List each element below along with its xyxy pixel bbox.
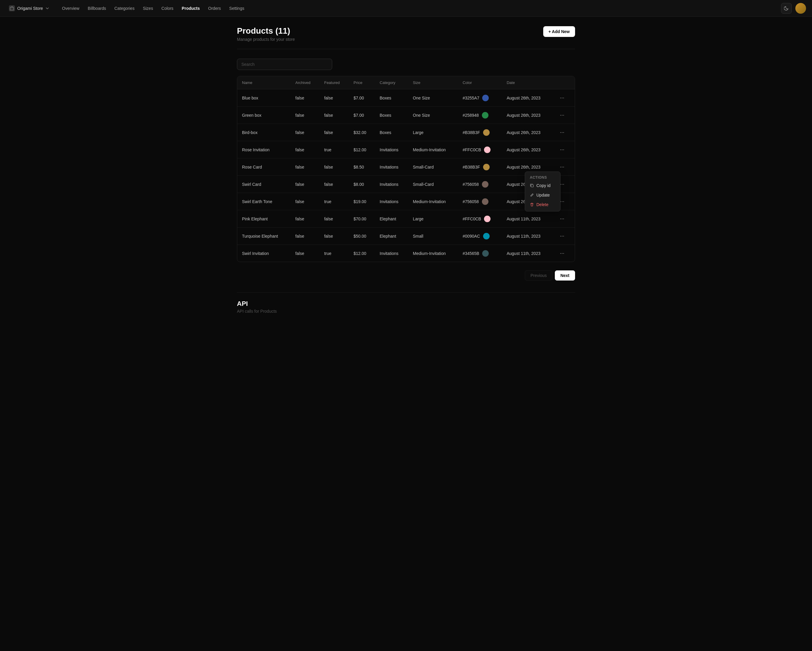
delete-item[interactable]: Delete	[527, 200, 559, 209]
products-table: Name Archived Featured Price Category Si…	[237, 76, 575, 262]
previous-button[interactable]: Previous	[525, 270, 552, 281]
next-button[interactable]: Next	[555, 270, 575, 281]
cell-actions-btn[interactable]: ···	[553, 210, 575, 228]
cell-size: One Size	[408, 89, 458, 107]
color-code: #0090AC	[462, 234, 480, 238]
cell-actions-btn[interactable]: ···	[553, 245, 575, 262]
nav-overview[interactable]: Overview	[58, 4, 83, 12]
cell-color: #3255A7	[458, 89, 502, 107]
cell-price: $70.00	[349, 210, 375, 228]
add-new-button[interactable]: + Add New	[543, 26, 575, 37]
theme-toggle-button[interactable]	[781, 3, 792, 14]
cell-price: $8.00	[349, 176, 375, 193]
cell-category: Elephant	[375, 228, 408, 245]
row-actions-button[interactable]: ···	[557, 232, 567, 240]
col-actions	[553, 76, 575, 89]
search-input[interactable]	[237, 59, 332, 70]
nav-right	[781, 3, 806, 14]
nav-orders[interactable]: Orders	[205, 4, 224, 12]
table-row: Bird-box false false $32.00 Boxes Large …	[237, 124, 575, 141]
svg-rect-0	[10, 8, 14, 10]
avatar[interactable]	[795, 3, 806, 14]
cell-size: Large	[408, 124, 458, 141]
cell-size: Small	[408, 228, 458, 245]
page-subtitle: Manage products for your store	[237, 37, 295, 42]
nav-settings[interactable]: Settings	[226, 4, 248, 12]
cell-date: August 11th, 2023	[502, 245, 553, 262]
cell-color: #FFC0CB	[458, 210, 502, 228]
nav-products[interactable]: Products	[178, 4, 204, 12]
table-row: Swirl Earth Tone false true $19.00 Invit…	[237, 193, 575, 210]
col-category: Category	[375, 76, 408, 89]
cell-actions-btn[interactable]: ···	[553, 107, 575, 124]
cell-price: $32.00	[349, 124, 375, 141]
cell-size: Small-Card	[408, 159, 458, 176]
cell-featured: false	[319, 107, 349, 124]
cell-archived: false	[290, 124, 319, 141]
row-actions-button[interactable]: ···	[557, 93, 567, 102]
table-row: Rose Invitation false true $12.00 Invita…	[237, 141, 575, 159]
store-name: Origami Store	[17, 6, 43, 11]
row-actions-button[interactable]: ···	[557, 111, 567, 119]
nav-billboards[interactable]: Billboards	[84, 4, 110, 12]
color-dot	[483, 129, 490, 136]
cell-size: Medium-Invitation	[408, 245, 458, 262]
cell-featured: true	[319, 245, 349, 262]
main-content: Products (11) Manage products for your s…	[227, 17, 585, 321]
cell-featured: false	[319, 228, 349, 245]
cell-actions-btn[interactable]: ···	[553, 89, 575, 107]
actions-dropdown: Actions Copy id Update Delete	[525, 171, 560, 211]
store-selector[interactable]: Origami Store	[6, 3, 52, 13]
delete-label: Delete	[536, 202, 548, 207]
cell-archived: false	[290, 159, 319, 176]
update-item[interactable]: Update	[527, 190, 559, 200]
cell-color: #FFC0CB	[458, 141, 502, 159]
navbar: Origami Store Overview Billboards Catego…	[0, 0, 812, 17]
row-actions-button[interactable]: ···	[557, 163, 567, 171]
color-code: #B38B3F	[462, 165, 480, 170]
color-code: #34565B	[462, 251, 479, 256]
api-subtitle: API calls for Products	[237, 309, 575, 313]
cell-price: $12.00	[349, 245, 375, 262]
cell-actions-btn[interactable]: ···	[553, 124, 575, 141]
row-actions-button[interactable]: ···	[557, 249, 567, 258]
color-dot	[482, 198, 488, 205]
row-actions-button[interactable]: ···	[557, 128, 567, 137]
cell-category: Boxes	[375, 124, 408, 141]
page-title: Products (11)	[237, 26, 295, 36]
nav-colors[interactable]: Colors	[158, 4, 177, 12]
table-row: Green box false false $7.00 Boxes One Si…	[237, 107, 575, 124]
color-dot	[482, 112, 488, 119]
color-dot	[484, 215, 490, 222]
color-code: #B38B3F	[462, 130, 480, 135]
color-dot	[482, 250, 489, 257]
cell-price: $7.00	[349, 89, 375, 107]
col-color: Color	[458, 76, 502, 89]
page-title-section: Products (11) Manage products for your s…	[237, 26, 295, 42]
nav-sizes[interactable]: Sizes	[139, 4, 157, 12]
cell-name: Green box	[237, 107, 290, 124]
cell-archived: false	[290, 210, 319, 228]
cell-color: #B38B3F	[458, 124, 502, 141]
nav-categories[interactable]: Categories	[111, 4, 138, 12]
cell-name: Swirl Card	[237, 176, 290, 193]
cell-featured: false	[319, 210, 349, 228]
cell-actions-btn[interactable]: ···	[553, 141, 575, 159]
col-name: Name	[237, 76, 290, 89]
update-label: Update	[536, 193, 550, 197]
cell-actions-btn[interactable]: ···	[553, 228, 575, 245]
row-actions-button[interactable]: ···	[557, 145, 567, 154]
cell-date: August 26th, 2023	[502, 107, 553, 124]
cell-category: Invitations	[375, 176, 408, 193]
color-dot	[482, 181, 488, 188]
row-actions-button[interactable]: ···	[557, 214, 567, 223]
cell-date: August 11th, 2023	[502, 228, 553, 245]
cell-name: Bird-box	[237, 124, 290, 141]
copy-id-label: Copy id	[536, 183, 550, 188]
cell-featured: false	[319, 124, 349, 141]
copy-id-item[interactable]: Copy id	[527, 181, 559, 190]
cell-size: Medium-Invitation	[408, 193, 458, 210]
col-size: Size	[408, 76, 458, 89]
cell-featured: false	[319, 159, 349, 176]
cell-size: Large	[408, 210, 458, 228]
